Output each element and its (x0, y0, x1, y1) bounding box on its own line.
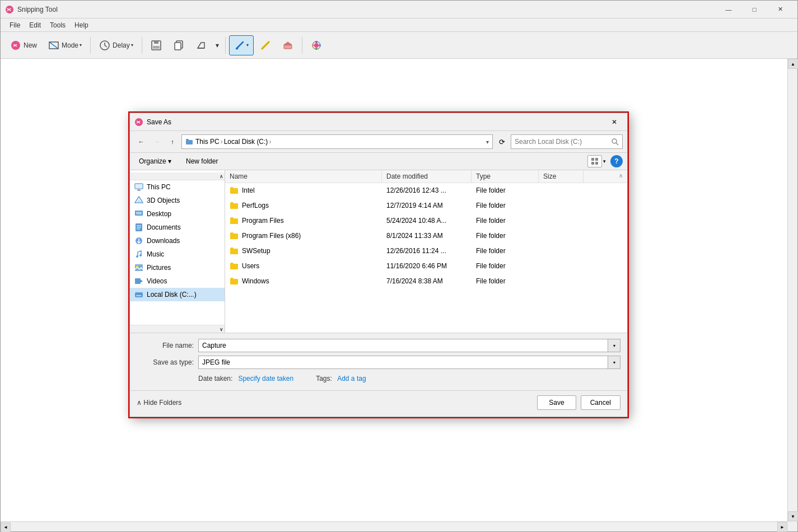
svg-point-26 (315, 41, 318, 43)
pen-icon (234, 40, 245, 51)
address-dropdown-arrow[interactable]: ▾ (486, 139, 489, 145)
mode-button[interactable]: Mode ▾ (43, 35, 87, 55)
vertical-scrollbar[interactable]: ▲ ▼ (787, 59, 797, 521)
file-name-program-files-x86: Program Files (x86) (225, 230, 382, 242)
address-bar[interactable]: This PC › Local Disk (C:) › ▾ (181, 134, 493, 149)
file-size-users (539, 264, 584, 268)
svg-rect-22 (284, 45, 292, 49)
hide-folders-button[interactable]: ∧ Hide Folders (137, 399, 181, 407)
filename-dropdown-arrow[interactable]: ▾ (608, 339, 620, 352)
search-icon (612, 138, 619, 146)
menu-tools[interactable]: Tools (45, 20, 70, 30)
sidebar-item-this-pc[interactable]: This PC (130, 180, 225, 194)
view-button[interactable] (587, 155, 602, 167)
filename-input[interactable] (198, 339, 608, 352)
search-input[interactable] (515, 138, 609, 146)
col-header-name[interactable]: Name (225, 170, 382, 183)
close-button[interactable]: ✕ (767, 1, 793, 18)
scroll-up-button[interactable]: ▲ (788, 59, 798, 69)
svg-rect-41 (135, 184, 143, 189)
sidebar-scroll-up[interactable]: ∧ (130, 172, 225, 180)
filename-label: File name: (137, 342, 198, 349)
address-path: This PC › Local Disk (C:) › (195, 138, 271, 146)
dialog-close-button[interactable]: ✕ (606, 115, 623, 129)
dialog-title-bar: Save As ✕ (130, 113, 627, 131)
view-dropdown-arrow[interactable]: ▾ (603, 158, 606, 164)
main-window: Snipping Tool — □ ✕ File Edit Tools Help… (0, 0, 798, 532)
copy-icon-button[interactable] (168, 35, 189, 55)
file-list-header: Name Date modified Type Size (225, 170, 627, 183)
save-icon-button[interactable] (146, 35, 167, 55)
maximize-button[interactable]: □ (741, 1, 767, 18)
file-size-windows (539, 279, 584, 283)
file-row-swsetup[interactable]: SWSetup 12/26/2016 11:24 ... File folder (225, 244, 627, 259)
forward-button[interactable]: → (150, 135, 164, 148)
dialog-cancel-button[interactable]: Cancel (581, 395, 620, 410)
back-button[interactable]: ← (134, 135, 148, 148)
menu-edit[interactable]: Edit (25, 20, 45, 30)
file-row-intel[interactable]: Intel 12/26/2016 12:43 ... File folder (225, 183, 627, 198)
organize-button[interactable]: Organize ▾ (134, 156, 176, 167)
color-button[interactable] (306, 35, 327, 55)
filetype-input[interactable] (198, 356, 608, 369)
menu-file[interactable]: File (5, 20, 25, 30)
tags-label: Tags: (316, 375, 332, 382)
file-row-perflogs[interactable]: PerfLogs 12/7/2019 4:14 AM File folder (225, 198, 627, 213)
toolbar-sep-4 (302, 37, 302, 54)
local-disk-icon (134, 290, 143, 299)
date-tags-row: Date taken: Specify date taken Tags: Add… (137, 372, 620, 385)
dialog-save-button[interactable]: Save (537, 395, 576, 410)
menu-bar: File Edit Tools Help (1, 18, 797, 32)
svg-marker-59 (141, 280, 143, 282)
refresh-button[interactable]: ⟳ (495, 135, 508, 148)
col-header-type[interactable]: Type (472, 170, 539, 183)
sidebar-item-desktop[interactable]: Desktop (130, 207, 225, 221)
new-button[interactable]: New (5, 35, 42, 55)
up-button[interactable]: ↑ (166, 135, 179, 148)
sidebar-item-documents[interactable]: Documents (130, 221, 225, 234)
specify-date-link[interactable]: Specify date taken (238, 375, 293, 382)
sidebar-item-pictures[interactable]: Pictures (130, 261, 225, 274)
date-taken-group: Date taken: Specify date taken (198, 375, 293, 382)
highlighter-button[interactable] (255, 35, 276, 55)
eraser-button[interactable] (277, 35, 298, 55)
scroll-left-button[interactable]: ◄ (1, 522, 11, 533)
filetype-dropdown-arrow[interactable]: ▾ (608, 356, 620, 369)
folder-icon-users (230, 262, 239, 270)
eraser-icon-button[interactable] (190, 35, 212, 55)
help-button[interactable]: ? (610, 155, 623, 167)
sidebar-item-downloads[interactable]: Downloads (130, 234, 225, 248)
dialog-form: File name: ▾ Save as type: ▾ Date taken:… (130, 333, 627, 390)
path-local-disk[interactable]: Local Disk (C:) (224, 138, 268, 146)
file-row-program-files-x86[interactable]: Program Files (x86) 8/1/2024 11:33 AM Fi… (225, 228, 627, 244)
svg-rect-12 (154, 41, 158, 44)
tags-group: Tags: Add a tag (316, 375, 366, 382)
pen-button[interactable]: ▾ (229, 35, 254, 55)
sidebar-item-music[interactable]: Music (130, 248, 225, 261)
sidebar-item-local-disk[interactable]: Local Disk (C:...) (130, 288, 225, 301)
file-row-users[interactable]: Users 11/16/2020 6:46 PM File folder (225, 259, 627, 274)
scroll-down-button[interactable]: ▼ (788, 511, 798, 521)
sidebar-item-3d-objects[interactable]: 3D Objects (130, 194, 225, 207)
menu-help[interactable]: Help (70, 20, 93, 30)
sidebar-item-videos[interactable]: Videos (130, 274, 225, 288)
file-name-perflogs: PerfLogs (225, 199, 382, 212)
add-tag-link[interactable]: Add a tag (337, 375, 366, 382)
file-row-program-files[interactable]: Program Files 5/24/2024 10:48 A... File … (225, 213, 627, 228)
horizontal-scrollbar[interactable]: ◄ ► (1, 521, 787, 531)
scroll-right-button[interactable]: ► (777, 522, 787, 532)
col-header-size[interactable]: Size (539, 170, 584, 183)
sidebar-downloads-label: Downloads (147, 237, 180, 245)
delay-button[interactable]: Delay ▾ (94, 35, 138, 55)
filename-row: File name: ▾ (137, 339, 620, 352)
path-this-pc[interactable]: This PC (195, 138, 220, 146)
minimize-button[interactable]: — (716, 1, 741, 18)
sidebar-scroll-down[interactable]: ∨ (130, 325, 225, 333)
svg-point-34 (612, 139, 617, 143)
more-button[interactable]: ▾ (213, 35, 222, 55)
file-row-windows[interactable]: Windows 7/16/2024 8:38 AM File folder (225, 274, 627, 289)
new-folder-button[interactable]: New folder (180, 156, 223, 167)
svg-rect-36 (591, 158, 594, 161)
svg-line-35 (616, 143, 618, 145)
col-header-date[interactable]: Date modified (382, 170, 472, 183)
